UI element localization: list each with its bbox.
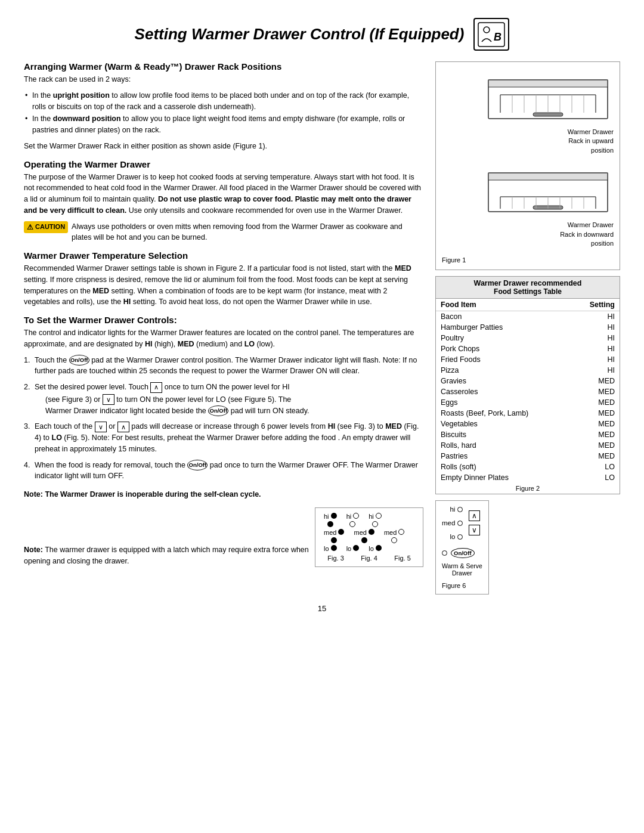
setting-cell: MED [571, 440, 620, 451]
food-item-cell: Bacon [436, 311, 571, 323]
figure1-box: Warmer Drawer Rack in upward position [435, 61, 620, 270]
caption-upward: Warmer Drawer Rack in upward position [568, 128, 614, 155]
svg-text:B: B [494, 31, 501, 43]
warm-serve-label: Warm & Serve [442, 562, 482, 569]
fig3-hi-dot [331, 513, 337, 519]
figure2-row: Figure 2 [436, 483, 620, 494]
setting-cell: LO [571, 462, 620, 472]
caption-warmer-drawer-2: Warmer Drawer [568, 221, 614, 228]
caution-text: Always use potholders or oven mitts when… [72, 221, 423, 244]
right-column: Warmer Drawer Rack in upward position [435, 61, 620, 594]
caution-box: ⚠ CAUTION Always use potholders or oven … [24, 221, 423, 244]
figure1-label: Figure 1 [442, 256, 614, 264]
drawer-upward-svg [482, 68, 614, 128]
bullet-1: In the upright position to allow low pro… [24, 90, 423, 113]
table-subtitle: Food Settings Table [438, 287, 617, 296]
food-table-body: BaconHIHamburger PattiesHIPoultryHIPork … [436, 311, 620, 494]
setting-cell: HI [571, 333, 620, 343]
ctrl-onoff-row: On/Off [442, 548, 482, 558]
table-row: BaconHI [436, 311, 620, 323]
fig5-med-dot [398, 529, 404, 535]
table-row: PastriesMED [436, 451, 620, 462]
fig4-col: hi [346, 513, 360, 527]
food-item-cell: Pizza [436, 365, 571, 376]
step-2: Set the desired power level. Touch ∧ onc… [24, 382, 423, 416]
note1-bold: Note: The Warmer Drawer is inoperable du… [24, 490, 261, 498]
onoff-btn[interactable]: On/Off [451, 548, 475, 558]
step-3: Each touch of the ∨ or ∧ pads will decre… [24, 421, 423, 454]
caption-position-1: position [591, 147, 614, 154]
bullet-2: In the downward position to allow you to… [24, 113, 423, 136]
setting-cell: MED [571, 397, 620, 408]
control-panel-box: hi med lo ∧ ∨ [435, 500, 489, 594]
title-icon: B [473, 18, 509, 51]
food-item-cell: Rolls, hard [436, 440, 571, 451]
table-row: Hamburger PattiesHI [436, 322, 620, 333]
section-controls: To Set the Warmer Drawer Controls: The c… [24, 315, 423, 482]
fig3-col: hi [324, 513, 337, 527]
fig3-hi-label: hi [324, 513, 337, 520]
lo-indicator [457, 534, 463, 540]
section1-outro: Set the Warmer Drawer Rack in either pos… [24, 141, 423, 152]
table-row: Rolls, hardMED [436, 440, 620, 451]
table-row: BiscuitsMED [436, 429, 620, 440]
fig4-mid-dot [349, 521, 355, 527]
svg-rect-4 [488, 80, 608, 87]
fig3-lo-dot [331, 545, 337, 551]
fig4-med-dot2 [361, 537, 367, 543]
fig3-med-dot [338, 529, 344, 535]
caption-downward: Warmer Drawer Rack in downward position [560, 221, 614, 248]
food-item-cell: Pork Chops [436, 343, 571, 354]
fig3-med-label: med [324, 529, 344, 536]
table-row: PoultryHI [436, 333, 620, 343]
table-row: PizzaHI [436, 365, 620, 376]
section1-bullets: In the upright position to allow low pro… [24, 90, 423, 136]
food-item-cell: Poultry [436, 333, 571, 343]
food-item-cell: Rolls (soft) [436, 462, 571, 472]
section4-heading: To Set the Warmer Drawer Controls: [24, 315, 423, 325]
section4-intro: The control and indicator lights for the… [24, 327, 423, 350]
up-arrow-btn[interactable]: ∧ [469, 510, 480, 521]
steps-list: Touch the On/Off pad at the Warmer Drawe… [24, 355, 423, 482]
down-arrow-btn[interactable]: ∨ [469, 525, 480, 535]
lo-label: lo [450, 533, 455, 540]
section1-intro: The rack can be used in 2 ways: [24, 74, 423, 85]
fig5-mid-dot [372, 521, 378, 527]
main-layout: Arranging Warmer (Warm & Ready™) Drawer … [24, 61, 620, 594]
caption-warmer-drawer-1: Warmer Drawer [568, 128, 614, 135]
setting-cell: MED [571, 376, 620, 386]
rack-diagram: Warmer Drawer Rack in upward position [442, 68, 614, 264]
fig3-mid-dot [327, 521, 333, 527]
table-row: Rolls (soft)LO [436, 462, 620, 472]
figure1-label-text: Figure 1 [442, 256, 466, 264]
fig3-lo-col: lo [324, 545, 337, 552]
onoff-badge-2: On/Off [208, 405, 228, 416]
fig5-hi-label: hi [369, 513, 382, 520]
hi-label: hi [450, 506, 455, 513]
fig4-lo-col: lo [346, 545, 360, 552]
hi-indicator [457, 507, 463, 512]
setting-cell: MED [571, 408, 620, 419]
fig4-med-col: med [354, 529, 374, 543]
drawer-upward-wrap: Warmer Drawer Rack in upward position [442, 68, 614, 155]
figure6-label-text: Figure 6 [442, 582, 466, 589]
figures-345: hi hi hi med [315, 507, 423, 567]
title-text: Setting Warmer Drawer Control (If Equipp… [135, 25, 465, 44]
section-temperature: Warmer Drawer Temperature Selection Reco… [24, 250, 423, 308]
table-header-row: Food Item Setting [436, 299, 620, 311]
section1-heading: Arranging Warmer (Warm & Ready™) Drawer … [24, 61, 423, 72]
fig5-label: Fig. 5 [391, 555, 414, 562]
page-number: 15 [24, 604, 620, 613]
svg-rect-18 [488, 173, 608, 180]
fig5-lo-dot [376, 545, 382, 551]
table-row: Pork ChopsHI [436, 343, 620, 354]
food-item-cell: Eggs [436, 397, 571, 408]
fig5-med-label: med [384, 529, 404, 536]
food-item-cell: Gravies [436, 376, 571, 386]
food-table-box: Warmer Drawer recommended Food Settings … [435, 276, 620, 494]
caution-badge: ⚠ CAUTION [24, 221, 68, 233]
bottom-note: Note: The warmer drawer is equipped with… [24, 544, 309, 567]
fig4-med-label: med [354, 529, 374, 536]
ctrl-labels: hi med lo [442, 506, 463, 540]
caution-triangle: ⚠ [27, 222, 33, 233]
